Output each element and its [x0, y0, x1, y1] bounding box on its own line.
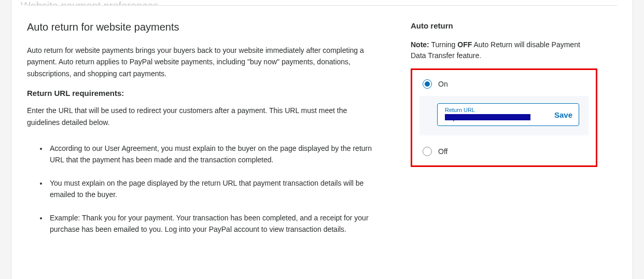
- right-column: Auto return Note: Turning OFF Auto Retur…: [411, 21, 597, 246]
- radio-on[interactable]: [423, 79, 432, 89]
- highlight-box: On Return URL Save: [411, 68, 597, 167]
- radio-off-label: Off: [438, 147, 447, 156]
- requirements-heading: Return URL requirements:: [27, 89, 380, 97]
- description-paragraph: Auto return for website payments brings …: [27, 45, 380, 79]
- on-panel: Return URL Save: [419, 96, 589, 135]
- save-button[interactable]: Save: [549, 110, 573, 119]
- radio-on-dot: [425, 81, 430, 87]
- note-pre: Turning: [429, 40, 457, 49]
- return-url-input-group[interactable]: Return URL Save: [437, 103, 579, 126]
- requirements-list: According to our User Agreement, you mus…: [48, 143, 380, 235]
- radio-on-label: On: [438, 80, 448, 88]
- radio-on-row[interactable]: On: [419, 77, 589, 91]
- note-text: Note: Turning OFF Auto Return will disab…: [411, 39, 597, 61]
- requirements-intro: Enter the URL that will be used to redir…: [27, 105, 380, 128]
- page-title: Website payment preferences: [21, 0, 617, 5]
- left-column: Auto return for website payments Auto re…: [27, 21, 380, 246]
- radio-off[interactable]: [423, 147, 432, 156]
- list-item: According to our User Agreement, you mus…: [48, 143, 380, 166]
- note-label: Note:: [411, 40, 429, 49]
- return-url-label: Return URL: [445, 107, 549, 113]
- note-off-bold: OFF: [457, 40, 472, 49]
- return-url-input[interactable]: [445, 113, 549, 121]
- radio-off-row[interactable]: Off: [419, 145, 589, 158]
- list-item: You must explain on the page displayed b…: [48, 177, 380, 201]
- section-title: Auto return for website payments: [27, 21, 380, 33]
- divider: [27, 5, 617, 6]
- list-item: Example: Thank you for your payment. You…: [48, 212, 380, 235]
- auto-return-heading: Auto return: [411, 21, 597, 30]
